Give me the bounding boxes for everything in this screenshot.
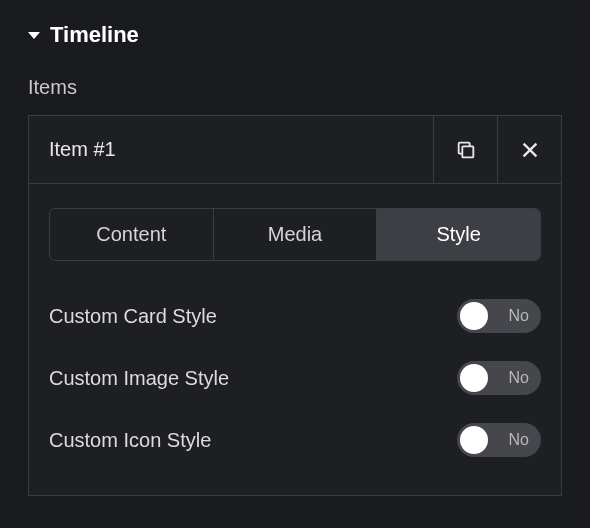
svg-rect-0 — [462, 146, 473, 157]
copy-icon — [455, 139, 477, 161]
close-icon — [519, 139, 541, 161]
toggle-label: Custom Image Style — [49, 367, 229, 390]
toggle-knob — [460, 302, 488, 330]
toggle-row-icon-style: Custom Icon Style No — [49, 409, 541, 471]
section-title: Timeline — [50, 22, 139, 48]
item-body: Content Media Style Custom Card Style No… — [29, 184, 561, 495]
tab-media[interactable]: Media — [214, 209, 378, 260]
toggle-custom-image-style[interactable]: No — [457, 361, 541, 395]
toggle-custom-card-style[interactable]: No — [457, 299, 541, 333]
toggle-text: No — [509, 307, 529, 325]
toggle-row-card-style: Custom Card Style No — [49, 285, 541, 347]
toggle-label: Custom Card Style — [49, 305, 217, 328]
duplicate-button[interactable] — [433, 116, 497, 183]
tabs: Content Media Style — [49, 208, 541, 261]
section-header[interactable]: Timeline — [28, 22, 562, 48]
caret-down-icon — [28, 32, 40, 39]
items-label: Items — [28, 76, 562, 99]
toggle-label: Custom Icon Style — [49, 429, 211, 452]
toggle-knob — [460, 426, 488, 454]
toggle-text: No — [509, 369, 529, 387]
item-title[interactable]: Item #1 — [29, 116, 433, 183]
toggle-text: No — [509, 431, 529, 449]
item-header: Item #1 — [29, 116, 561, 184]
toggle-row-image-style: Custom Image Style No — [49, 347, 541, 409]
toggle-custom-icon-style[interactable]: No — [457, 423, 541, 457]
item-card: Item #1 Content Media Style — [28, 115, 562, 496]
tab-style[interactable]: Style — [377, 209, 540, 260]
delete-button[interactable] — [497, 116, 561, 183]
tab-content[interactable]: Content — [50, 209, 214, 260]
toggle-knob — [460, 364, 488, 392]
